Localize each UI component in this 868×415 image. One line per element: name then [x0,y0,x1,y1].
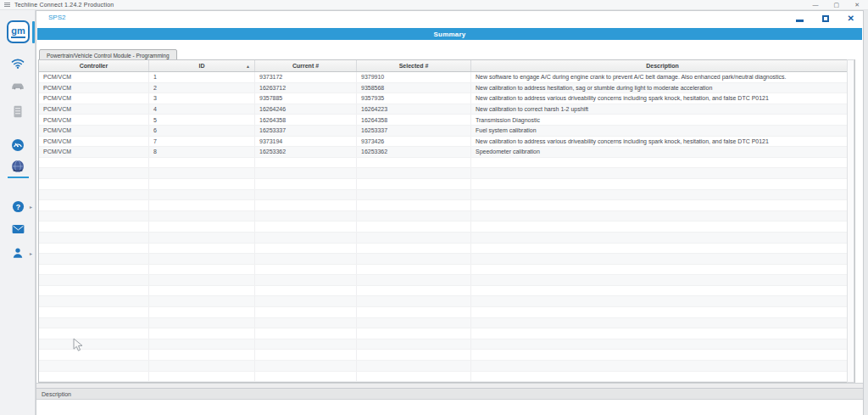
cell-id [149,275,255,285]
cell-description [471,265,854,275]
table-row[interactable]: PCM/VCM2162637129358568New calibration t… [39,83,854,94]
gm-logo-icon: gm [11,26,25,38]
app-minimize-button[interactable] [796,20,804,22]
cell-controller: PCM/VCM [39,104,149,115]
cell-id [149,158,255,168]
cell-selected [357,307,471,317]
svg-text:?: ? [15,202,19,210]
table-row[interactable]: PCM/VCM793731949373426New calibration to… [39,137,854,148]
column-header-controller[interactable]: Controller [39,60,149,71]
sidebar-item-messages[interactable] [0,220,36,238]
cell-selected [357,200,471,210]
cell-current [255,200,357,210]
os-maximize-button[interactable]: ▢ [834,1,840,9]
cell-id: 4 [149,104,255,115]
sidebar-item-help[interactable]: ? ▸ [0,197,36,216]
calibration-table: Controller ID ▲ Current # Selected # Des… [38,59,855,383]
cell-description [471,211,854,222]
table-row-empty [39,244,854,255]
cell-selected [357,286,471,296]
cell-current [255,372,357,382]
sidebar-item-dashboard[interactable] [0,136,36,154]
os-close-button[interactable]: ✕ [854,1,860,9]
table-row[interactable]: PCM/VCM393578859357935New calibration to… [39,93,854,104]
cell-selected [357,361,471,371]
cell-id [149,286,255,296]
cell-description: Fuel system calibration [471,126,854,136]
cell-current [255,275,357,285]
cell-id [149,190,255,200]
table-row[interactable]: PCM/VCM81625336216253362Speedometer cali… [39,147,854,158]
cell-current: 9357885 [255,93,357,104]
cell-current [255,179,357,189]
cell-current [255,211,357,222]
sidebar-item-connection[interactable] [0,53,36,72]
cell-id: 6 [149,126,255,136]
cell-current [255,233,357,243]
cell-current: 9373194 [255,137,357,147]
cell-current: 16264358 [255,115,357,125]
vertical-scrollbar[interactable] [847,59,854,383]
cell-controller [39,211,149,222]
sidebar-item-user[interactable]: ▸ [0,244,36,262]
cell-description [471,328,854,339]
cell-description [471,222,854,232]
cell-description [471,179,854,189]
table-row[interactable]: PCM/VCM41626424616264223New calibration … [39,104,854,115]
table-row-empty [39,275,854,286]
cell-controller [39,286,149,296]
cell-controller [39,254,149,264]
cell-description: New calibration to address various drive… [471,137,854,147]
cell-selected: 16253362 [357,147,471,157]
window-title: Techline Connect 1.24.2 Production [14,2,114,8]
column-header-current[interactable]: Current # [255,60,357,71]
table-row-empty [39,222,854,233]
table-row-empty [39,286,854,297]
column-header-selected[interactable]: Selected # [357,60,471,71]
cell-description [471,233,854,243]
cell-description: Transmission Diagnostic [471,115,854,125]
panel-splitter[interactable] [36,383,863,389]
sidebar-item-sps2[interactable] [0,157,36,176]
cell-description [471,296,854,306]
table-row-empty [39,233,854,244]
cell-controller [39,158,149,168]
column-header-description[interactable]: Description [471,60,854,71]
cell-id [149,361,255,371]
cell-selected: 9357935 [357,93,471,104]
main-panel: SPS2 ✕ Summary Powertrain/Vehicle Contro… [36,10,864,415]
cell-current [255,286,357,296]
cell-id [149,179,255,189]
app-icon [4,3,10,7]
cell-description [471,318,854,328]
cell-controller [39,350,149,360]
wifi-icon [11,58,25,69]
sidebar-item-module[interactable] [0,102,36,121]
cell-current [255,350,357,360]
app-title: SPS2 [48,14,65,21]
cell-id [149,211,255,222]
cell-controller [39,339,149,350]
sort-ascending-icon: ▲ [246,64,250,69]
cell-current: 16253337 [255,126,357,136]
table-row[interactable]: PCM/VCM61625333716253337Fuel system cali… [39,126,854,137]
table-row-empty [39,318,854,329]
table-row-empty [39,296,854,307]
cell-id [149,222,255,232]
table-row[interactable]: PCM/VCM51626435816264358Transmission Dia… [39,115,854,126]
cell-controller: PCM/VCM [39,115,149,125]
app-close-button[interactable]: ✕ [848,14,854,23]
cell-controller: PCM/VCM [39,72,149,82]
app-maximize-button[interactable] [822,15,829,22]
sidebar-item-home[interactable]: gm [7,20,30,43]
dashboard-gauge-icon [11,138,25,152]
cell-selected: 16264223 [357,104,471,115]
sidebar: gm [0,10,36,415]
table-row-empty [39,211,854,222]
os-minimize-button[interactable]: — [813,1,819,9]
cell-current [255,168,357,178]
table-row[interactable]: PCM/VCM193731729379910New software to en… [39,72,854,83]
column-header-id[interactable]: ID ▲ [149,60,255,71]
cell-selected [357,158,471,168]
sidebar-item-vehicle[interactable] [0,76,36,95]
